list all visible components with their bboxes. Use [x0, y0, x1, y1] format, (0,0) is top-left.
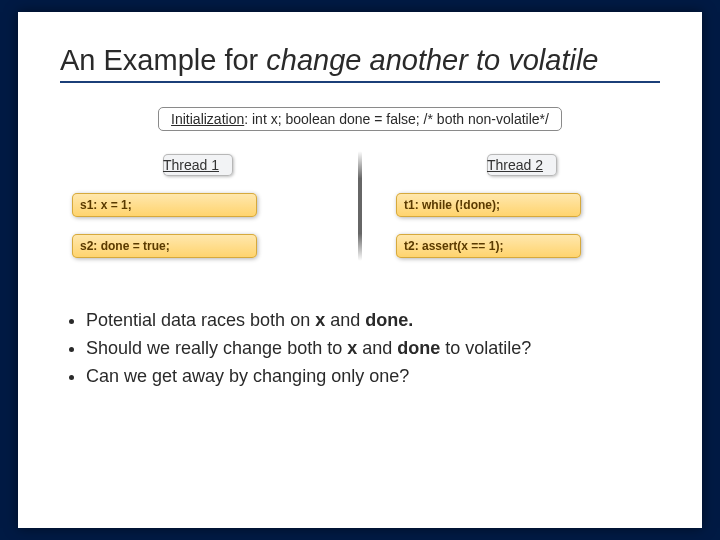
slide-title: An Example for change another to volatil… [60, 44, 660, 77]
bullet-1-mid: and [325, 310, 365, 330]
bullet-3-pre: Can we get away by changing only one? [86, 366, 409, 386]
threads-diagram: Thread 1 Thread 2 s1: x = 1; t1: while (… [72, 151, 648, 261]
thread1-s2: s2: done = true; [72, 234, 257, 258]
thread2-t2: t2: assert(x == 1); [396, 234, 581, 258]
initialization-box: Initialization: int x; boolean done = fa… [158, 107, 562, 131]
bullet-1-pre: Potential data races both on [86, 310, 315, 330]
bullet-1-b2: done. [365, 310, 413, 330]
bullet-2: Should we really change both to x and do… [86, 335, 660, 361]
slide: An Example for change another to volatil… [18, 12, 702, 528]
bullet-2-pre: Should we really change both to [86, 338, 347, 358]
thread2-header: Thread 2 [487, 154, 557, 176]
bullet-2-mid: and [357, 338, 397, 358]
bullet-2-b1: x [347, 338, 357, 358]
bullet-1: Potential data races both on x and done. [86, 307, 660, 333]
title-divider [60, 81, 660, 83]
bullet-2-b2: done [397, 338, 440, 358]
bullet-list: Potential data races both on x and done.… [60, 307, 660, 389]
thread2-t1: t1: while (!done); [396, 193, 581, 217]
bullet-2-post: to volatile? [440, 338, 531, 358]
thread-separator [358, 151, 362, 261]
initialization-label: Initialization [171, 111, 244, 127]
bullet-3: Can we get away by changing only one? [86, 363, 660, 389]
thread1-header: Thread 1 [163, 154, 233, 176]
title-prefix: An Example for [60, 44, 266, 76]
initialization-code: : int x; boolean done = false; /* both n… [244, 111, 549, 127]
title-italic: change another to volatile [266, 44, 598, 76]
bullet-1-b1: x [315, 310, 325, 330]
thread1-s1: s1: x = 1; [72, 193, 257, 217]
